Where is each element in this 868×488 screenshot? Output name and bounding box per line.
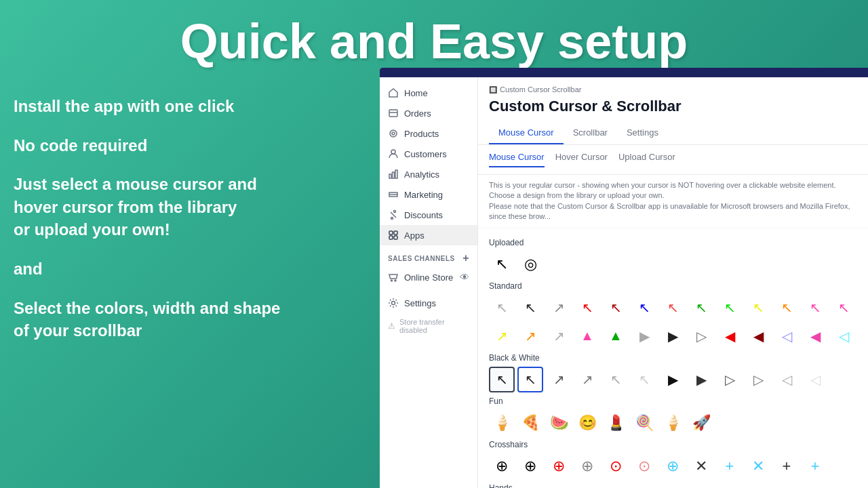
cursor-std-19[interactable]: ▶ xyxy=(631,323,657,349)
cursor-ch-12[interactable]: + xyxy=(802,453,828,479)
cursor-std-1[interactable]: ↖ xyxy=(489,295,515,321)
cursor-std-3[interactable]: ↗ xyxy=(546,295,572,321)
cursor-std-10[interactable]: ↖ xyxy=(745,295,771,321)
cursor-std-5[interactable]: ↖ xyxy=(603,295,629,321)
cursor-tab-upload[interactable]: Upload Cursor xyxy=(618,152,675,167)
cursor-uploaded-2[interactable]: ◎ xyxy=(517,251,543,277)
cursor-std-4[interactable]: ↖ xyxy=(574,295,600,321)
cursor-tab-mouse[interactable]: Mouse Cursor xyxy=(489,152,545,167)
crosshair-cursors: ⊕ ⊕ ⊕ ⊕ ⊙ ⊙ ⊕ ✕ + ✕ + + xyxy=(489,453,857,479)
sidebar-item-settings[interactable]: Settings xyxy=(380,293,477,313)
cursor-std-12[interactable]: ↖ xyxy=(802,295,828,321)
sidebar-item-orders-label: Orders xyxy=(404,108,431,119)
cursor-std-6[interactable]: ↖ xyxy=(631,295,657,321)
cursor-ch-4[interactable]: ⊕ xyxy=(574,453,600,479)
cursor-ch-6[interactable]: ⊙ xyxy=(631,453,657,479)
sidebar-item-customers[interactable]: Customers xyxy=(380,144,477,164)
cursor-std-16[interactable]: ↗ xyxy=(546,323,572,349)
sidebar-item-apps-label: Apps xyxy=(404,230,425,241)
tab-scrollbar[interactable]: Scrollbar xyxy=(564,122,617,144)
cursor-fun-2[interactable]: 🍕 xyxy=(517,410,543,436)
breadcrumb: 🔲 Custom Cursor Scrollbar xyxy=(489,85,857,94)
cursor-std-14[interactable]: ↗ xyxy=(489,323,515,349)
cursor-std-23[interactable]: ◀ xyxy=(745,323,771,349)
sidebar-item-apps[interactable]: Apps xyxy=(380,225,477,245)
description-text: This is your regular cursor - showing wh… xyxy=(478,175,868,228)
cursor-bw-8[interactable]: ▶ xyxy=(688,367,714,392)
sidebar-item-products[interactable]: Products xyxy=(380,123,477,144)
cursor-fun-8[interactable]: 🚀 xyxy=(688,410,714,436)
cursor-std-15[interactable]: ↗ xyxy=(517,323,543,349)
sidebar-item-orders[interactable]: Orders xyxy=(380,103,477,123)
cursor-bw-3[interactable]: ↗ xyxy=(546,367,572,392)
cursor-std-26[interactable]: ◁ xyxy=(831,323,856,349)
sidebar-item-store-transfer: ⚠ Store transfer disabled xyxy=(380,313,477,339)
cursor-std-11[interactable]: ↖ xyxy=(774,295,800,321)
sidebar-item-analytics[interactable]: Analytics xyxy=(380,164,477,184)
cursor-bw-10[interactable]: ▷ xyxy=(745,367,771,392)
cursor-bw-6[interactable]: ↖ xyxy=(631,367,657,392)
cursor-std-9[interactable]: ↖ xyxy=(717,295,743,321)
sidebar-item-marketing[interactable]: Marketing xyxy=(380,184,477,205)
cursor-bw-12[interactable]: ◁ xyxy=(802,367,828,392)
top-tabs: Mouse Cursor Scrollbar Settings xyxy=(489,122,857,144)
background: Quick and Easy setup Install the app wit… xyxy=(0,0,868,488)
cursor-ch-2[interactable]: ⊕ xyxy=(517,453,543,479)
standard-cursors: ↖ ↖ ↗ ↖ ↖ ↖ ↖ ↖ ↖ ↖ ↖ ↖ ↖ xyxy=(489,295,857,321)
online-store-icon xyxy=(388,272,399,283)
cursor-bw-1[interactable]: ↖ xyxy=(489,367,515,392)
svg-rect-8 xyxy=(394,231,397,235)
cursor-bw-4[interactable]: ↗ xyxy=(574,367,600,392)
cursor-std-20[interactable]: ▶ xyxy=(660,323,686,349)
point-2: No code required xyxy=(14,134,280,157)
cursor-ch-7[interactable]: ⊕ xyxy=(660,453,686,479)
sales-channels-header: SALES CHANNELS + xyxy=(380,245,477,267)
cursor-tab-hover[interactable]: Hover Cursor xyxy=(555,152,608,167)
svg-point-3 xyxy=(391,150,395,154)
point-4: and xyxy=(14,258,280,281)
app-window: Home Orders Products xyxy=(380,68,868,488)
tab-settings[interactable]: Settings xyxy=(617,122,668,144)
cursor-bw-9[interactable]: ▷ xyxy=(717,367,743,392)
cursor-fun-6[interactable]: 🍭 xyxy=(631,410,657,436)
cursor-bw-11[interactable]: ◁ xyxy=(774,367,800,392)
section-standard: Standard xyxy=(489,281,857,291)
cursor-ch-3[interactable]: ⊕ xyxy=(546,453,572,479)
sidebar-item-discounts[interactable]: Discounts xyxy=(380,205,477,225)
cursor-ch-11[interactable]: + xyxy=(774,453,800,479)
cursor-fun-1[interactable]: 🍦 xyxy=(489,410,515,436)
cursor-std-17[interactable]: ▲ xyxy=(574,323,600,349)
cursor-std-8[interactable]: ↖ xyxy=(688,295,714,321)
cursor-fun-7[interactable]: 🍦 xyxy=(660,410,686,436)
sidebar-item-home[interactable]: Home xyxy=(380,83,477,103)
cursor-ch-5[interactable]: ⊙ xyxy=(603,453,629,479)
cursor-fun-3[interactable]: 🍉 xyxy=(546,410,572,436)
cursor-fun-4[interactable]: 😊 xyxy=(574,410,600,436)
cursor-std-21[interactable]: ▷ xyxy=(688,323,714,349)
cursor-ch-9[interactable]: + xyxy=(717,453,743,479)
discounts-icon xyxy=(388,209,399,220)
cursor-std-7[interactable]: ↖ xyxy=(660,295,686,321)
apps-icon xyxy=(388,230,399,241)
cursor-std-25[interactable]: ◀ xyxy=(802,323,828,349)
cursor-ch-1[interactable]: ⊕ xyxy=(489,453,515,479)
orders-icon xyxy=(388,108,399,119)
cursor-std-22[interactable]: ◀ xyxy=(717,323,743,349)
cursor-std-24[interactable]: ◁ xyxy=(774,323,800,349)
cursor-bw-5[interactable]: ↖ xyxy=(603,367,629,392)
cursor-grid-area[interactable]: Uploaded ↖ ◎ Standard ↖ ↖ ↗ ↖ ↖ ↖ ↖ xyxy=(478,228,868,488)
cursor-std-2[interactable]: ↖ xyxy=(517,295,543,321)
cursor-std-13[interactable]: ↖ xyxy=(831,295,856,321)
cursor-ch-8[interactable]: ✕ xyxy=(688,453,714,479)
cursor-fun-5[interactable]: 💄 xyxy=(603,410,629,436)
tab-mouse-cursor[interactable]: Mouse Cursor xyxy=(489,122,564,144)
cursor-std-18[interactable]: ▲ xyxy=(603,323,629,349)
eye-icon[interactable]: 👁 xyxy=(460,272,469,283)
sidebar-item-online-store[interactable]: Online Store 👁 xyxy=(380,267,477,287)
cursor-bw-2[interactable]: ↖ xyxy=(517,367,543,392)
app-header: 🔲 Custom Cursor Scrollbar Custom Cursor … xyxy=(478,77,868,145)
cursor-uploaded-1[interactable]: ↖ xyxy=(489,251,515,277)
cursor-ch-10[interactable]: ✕ xyxy=(745,453,771,479)
add-channel-icon[interactable]: + xyxy=(462,252,469,264)
cursor-bw-7[interactable]: ▶ xyxy=(660,367,686,392)
